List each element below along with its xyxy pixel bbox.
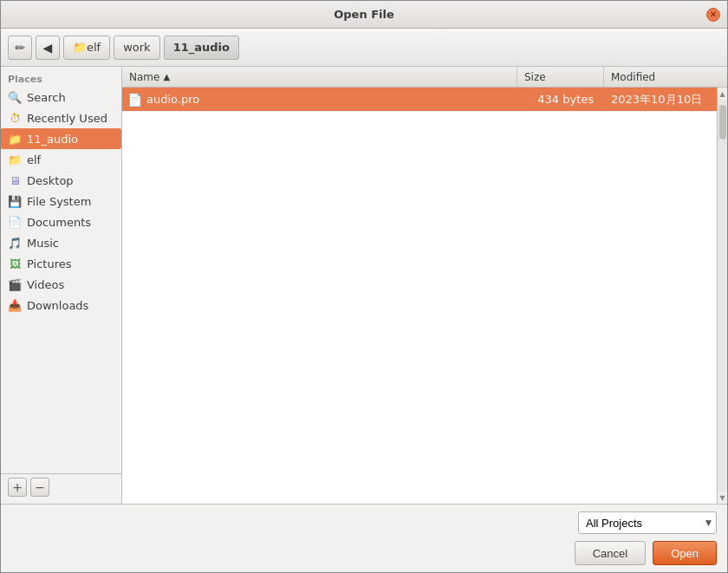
action-buttons-row: Cancel Open <box>11 541 717 565</box>
sidebar-item-documents[interactable]: 📄 Documents <box>1 212 121 232</box>
filter-row: All Projects Audio Files All Files <box>11 511 717 534</box>
sidebar: Places 🔍 Search ⏱ Recently Used 📁 11_aud… <box>1 67 122 504</box>
sidebar-item-elf[interactable]: 📁 elf <box>1 149 121 170</box>
bottom-bar: All Projects Audio Files All Files Cance… <box>1 504 727 572</box>
column-header-name[interactable]: Name ▲ <box>122 67 517 87</box>
dialog-title: Open File <box>334 8 394 21</box>
sidebar-item-pictures[interactable]: 🖼 Pictures <box>1 253 121 274</box>
vertical-scrollbar[interactable]: ▲ ▼ <box>717 88 727 504</box>
content-area: Places 🔍 Search ⏱ Recently Used 📁 11_aud… <box>1 67 727 504</box>
downloads-icon: 📥 <box>8 298 22 312</box>
file-size: 434 bytes <box>517 93 604 106</box>
toolbar: ✏ ◀ 📁 elf work 11_audio <box>1 29 727 67</box>
cancel-button[interactable]: Cancel <box>575 541 646 565</box>
sidebar-item-11audio[interactable]: 📁 11_audio <box>1 128 121 149</box>
remove-bookmark-button[interactable]: − <box>30 478 49 497</box>
open-file-dialog: Open File ✕ ✏ ◀ 📁 elf work 11_audio Plac… <box>0 0 728 573</box>
scroll-down-arrow[interactable]: ▼ <box>718 492 728 504</box>
videos-icon: 🎬 <box>8 277 22 291</box>
sidebar-item-recently-used[interactable]: ⏱ Recently Used <box>1 107 121 128</box>
sidebar-section-places: Places <box>1 70 121 87</box>
filter-select-wrapper: All Projects Audio Files All Files <box>578 511 717 534</box>
documents-icon: 📄 <box>8 215 22 229</box>
scrollbar-thumb[interactable] <box>719 105 726 140</box>
breadcrumb-elf[interactable]: 📁 elf <box>63 36 110 60</box>
desktop-icon: 🖥 <box>8 173 22 187</box>
back-icon: ◀ <box>43 41 53 55</box>
sidebar-item-music[interactable]: 🎵 Music <box>1 232 121 253</box>
sidebar-item-search[interactable]: 🔍 Search <box>1 87 121 107</box>
column-header-size[interactable]: Size <box>517 67 604 87</box>
file-name: audio.pro <box>146 93 517 106</box>
sidebar-item-filesystem[interactable]: 💾 File System <box>1 191 121 212</box>
add-icon: + <box>12 480 23 494</box>
file-modified: 2023年10月10日 <box>604 92 717 107</box>
breadcrumb-folder-icon: 📁 <box>73 41 87 54</box>
table-row[interactable]: 📄 audio.pro 434 bytes 2023年10月10日 <box>122 88 717 112</box>
close-button[interactable]: ✕ <box>706 8 720 22</box>
scroll-up-arrow[interactable]: ▲ <box>718 88 728 100</box>
sidebar-bottom-bar: + − <box>1 473 121 500</box>
edit-button[interactable]: ✏ <box>8 36 32 60</box>
sidebar-item-desktop[interactable]: 🖥 Desktop <box>1 170 121 191</box>
file-list-header: Name ▲ Size Modified <box>122 67 727 88</box>
sidebar-item-videos[interactable]: 🎬 Videos <box>1 274 121 295</box>
folder-orange-icon: 📁 <box>8 132 22 146</box>
open-button[interactable]: Open <box>653 541 717 565</box>
filesystem-icon: 💾 <box>8 194 22 208</box>
file-type-icon: 📄 <box>122 93 146 107</box>
remove-icon: − <box>35 480 45 494</box>
folder-red-icon: 📁 <box>8 153 22 166</box>
file-list: 📄 audio.pro 434 bytes 2023年10月10日 <box>122 88 717 504</box>
filter-dropdown[interactable]: All Projects Audio Files All Files <box>578 511 717 534</box>
breadcrumb-work[interactable]: work <box>114 36 159 60</box>
main-panel: Name ▲ Size Modified 📄 audio.pro <box>122 67 727 504</box>
edit-icon: ✏ <box>15 41 25 55</box>
scrollbar-track[interactable] <box>718 100 727 492</box>
breadcrumb-current[interactable]: 11_audio <box>164 36 239 60</box>
sidebar-item-downloads[interactable]: 📥 Downloads <box>1 295 121 316</box>
pictures-icon: 🖼 <box>8 257 22 270</box>
back-button[interactable]: ◀ <box>36 36 60 60</box>
search-icon: 🔍 <box>8 90 22 104</box>
add-bookmark-button[interactable]: + <box>8 478 27 497</box>
music-icon: 🎵 <box>8 236 22 250</box>
titlebar: Open File ✕ <box>1 1 727 29</box>
sort-ascending-icon: ▲ <box>163 72 170 81</box>
recent-icon: ⏱ <box>8 111 22 125</box>
column-header-modified[interactable]: Modified <box>604 67 717 87</box>
